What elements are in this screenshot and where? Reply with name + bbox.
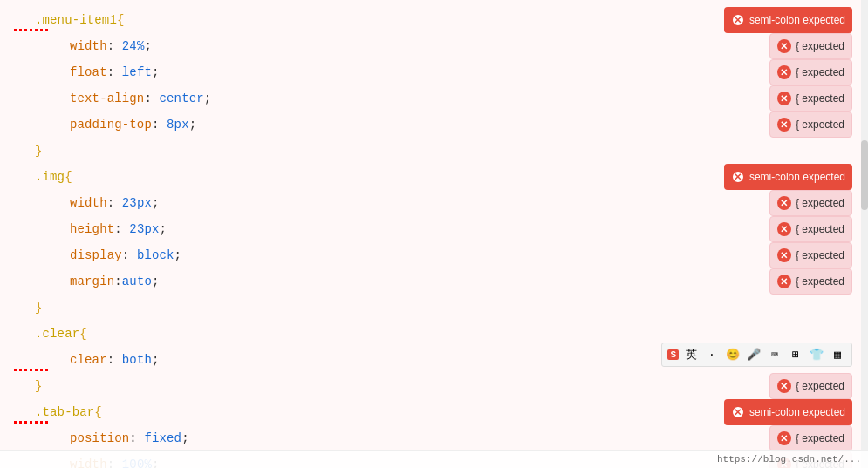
ime-dot-icon[interactable]: · [703, 346, 721, 363]
ime-lang-icon[interactable]: 英 [682, 346, 700, 363]
line-content-6: } [35, 144, 43, 158]
code-line-8: width: 23px; ✕ { expected [0, 190, 868, 216]
code-line-16: .tab-bar{ ✕ semi-colon expected [0, 399, 868, 425]
error-x-icon: ✕ [731, 405, 745, 419]
line-content-1: .menu-item1{ [35, 13, 125, 27]
ime-shirt-icon[interactable]: 👕 [808, 346, 825, 363]
error-circle-icon: ✕ [777, 275, 791, 288]
code-line-6: } [0, 138, 868, 164]
line-content-8: width: 23px; [70, 196, 160, 210]
line-content-9: height: 23px; [70, 222, 167, 236]
line-content-2: width: 24%; [70, 39, 152, 53]
url-text: https://blog.csdn.net/... [717, 454, 861, 465]
code-line-11: margin:auto; ✕ { expected [0, 268, 868, 295]
ime-keyboard-icon[interactable]: ⌨ [766, 346, 783, 363]
code-line-2: width: 24%; ✕ { expected [0, 33, 868, 59]
error-badge-brace-3: ✕ { expected [769, 59, 852, 85]
ime-toolbar[interactable]: S 英 · 😊 🎤 ⌨ ⊞ 👕 ▦ [661, 343, 852, 367]
line-content-5: padding-top: 8px; [70, 118, 196, 132]
ime-logo: S [667, 349, 679, 360]
scrollbar-thumb[interactable] [861, 140, 868, 210]
ime-mic-icon[interactable]: 🎤 [745, 346, 762, 363]
error-badge-brace-15: ✕ { expected [769, 373, 852, 399]
line-content-15: } [35, 379, 43, 393]
error-circle-icon: ✕ [777, 248, 791, 262]
code-line-15: } ✕ { expected [0, 373, 868, 399]
line-content-13: .clear{ [35, 327, 87, 341]
code-line-1: .menu-item1{ ✕ semi-colon expected [0, 7, 868, 33]
line-content-12: } [35, 301, 43, 315]
error-circle-icon: ✕ [777, 222, 791, 236]
code-line-5: padding-top: 8px; ✕ { expected [0, 112, 868, 138]
error-badge-brace-5: ✕ { expected [769, 112, 852, 138]
error-badge-semicolon-16: ✕ semi-colon expected [724, 399, 852, 425]
editor-area: .menu-item1{ ✕ semi-colon expected width… [0, 0, 868, 468]
line-content-14: clear: both; [70, 353, 160, 367]
ime-grid-icon[interactable]: ⊞ [787, 346, 804, 363]
code-line-14: clear: both; S 英 · 😊 🎤 ⌨ ⊞ 👕 ▦ [0, 347, 868, 373]
code-line-4: text-align: center; ✕ { expected [0, 85, 868, 112]
error-circle-icon: ✕ [777, 118, 791, 132]
ime-more-icon[interactable]: ▦ [829, 346, 846, 363]
squiggly-1 [14, 29, 49, 31]
error-circle-icon: ✕ [777, 65, 791, 79]
code-line-17: position: fixed; ✕ { expected [0, 425, 868, 451]
error-badge-brace-8: ✕ { expected [769, 190, 852, 216]
line-content-3: float: left; [70, 65, 160, 79]
ime-emoji-icon[interactable]: 😊 [724, 346, 742, 363]
error-circle-icon: ✕ [777, 379, 791, 393]
error-x-icon: ✕ [731, 170, 745, 184]
squiggly-14 [14, 369, 49, 371]
line-content-7: .img{ [35, 170, 72, 184]
error-circle-icon: ✕ [777, 92, 791, 105]
line-content-4: text-align: center; [70, 92, 211, 105]
line-content-11: margin:auto; [70, 275, 160, 288]
error-badge-brace-4: ✕ { expected [769, 85, 852, 112]
error-badge-brace-11: ✕ { expected [769, 268, 852, 295]
code-line-7: .img{ ✕ semi-colon expected [0, 164, 868, 190]
error-badge-semicolon-7: ✕ semi-colon expected [724, 164, 852, 190]
error-circle-icon: ✕ [777, 39, 791, 53]
error-x-icon: ✕ [731, 13, 745, 27]
error-badge-brace-10: ✕ { expected [769, 242, 852, 268]
error-circle-icon: ✕ [777, 196, 791, 210]
url-bar: https://blog.csdn.net/... [0, 450, 868, 468]
error-badge-semicolon-1: ✕ semi-colon expected [724, 7, 852, 33]
error-badge-brace-17: ✕ { expected [769, 425, 852, 451]
error-badge-brace-9: ✕ { expected [769, 216, 852, 242]
line-content-16: .tab-bar{ [35, 405, 102, 419]
code-line-9: height: 23px; ✕ { expected [0, 216, 868, 242]
line-content-10: display: block; [70, 248, 181, 262]
code-line-3: float: left; ✕ { expected [0, 59, 868, 85]
line-content-17: position: fixed; [70, 431, 189, 445]
scrollbar[interactable] [861, 0, 868, 468]
error-circle-icon: ✕ [777, 431, 791, 445]
code-line-10: display: block; ✕ { expected [0, 242, 868, 268]
squiggly-16 [14, 421, 49, 424]
code-line-12: } [0, 295, 868, 321]
error-badge-brace-2: ✕ { expected [769, 33, 852, 59]
